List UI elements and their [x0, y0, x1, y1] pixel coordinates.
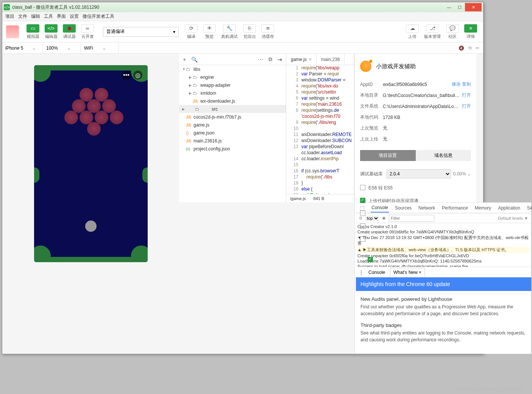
compile-select[interactable]: 普通编译▾: [103, 27, 179, 37]
mute-icon[interactable]: 🔇: [459, 45, 464, 51]
tree-item[interactable]: JSgame.js: [179, 121, 286, 129]
more-icon[interactable]: ⋯: [258, 56, 263, 63]
community-button[interactable]: 💬社区: [444, 24, 461, 39]
collapse-icon[interactable]: ⇥: [278, 56, 282, 63]
status-bar: /game.js841 B: [286, 194, 354, 202]
devtab-performance[interactable]: Performance: [441, 204, 469, 212]
maximize-button[interactable]: ☐: [454, 3, 465, 11]
minimize-button[interactable]: —: [444, 3, 454, 11]
zoom-select[interactable]: 100%⌄: [43, 43, 81, 53]
simulator-pane: •••◎: [2, 54, 179, 354]
menu-微信开发者工具[interactable]: 微信开发者工具: [83, 13, 114, 20]
split-icon[interactable]: ⧉: [268, 56, 272, 63]
rotate-icon[interactable]: ⟲: [468, 45, 472, 51]
devtab-network[interactable]: Network: [418, 204, 436, 212]
avatar: [6, 25, 19, 38]
whatsnew-p2: See what third-party entities are loggin…: [360, 330, 527, 343]
detail-button[interactable]: ≡详情: [462, 24, 479, 39]
dots-icon[interactable]: •••: [122, 70, 131, 80]
checkbox[interactable]: [360, 236, 365, 242]
menu-界面[interactable]: 界面: [57, 13, 66, 20]
devtab-memory[interactable]: Memory: [474, 204, 492, 212]
clear-icon[interactable]: ⊘: [359, 216, 362, 220]
whatsnew-h1: New Audits panel, powered by Lighthouse: [360, 296, 527, 302]
editor-button[interactable]: </>编辑器: [42, 24, 60, 39]
menu-设置[interactable]: 设置: [70, 13, 79, 20]
devtab-sources[interactable]: Sources: [394, 204, 412, 212]
target-icon[interactable]: ◎: [133, 70, 142, 80]
editor-tab[interactable]: main.236: [317, 54, 345, 65]
devtools-pane: ⬚ ConsoleSourcesNetworkPerformanceMemory…: [356, 202, 531, 354]
window-title: class_ball - 微信开发者工具 v1.02.1811290: [12, 4, 444, 11]
tree-item[interactable]: ▶🗀engine: [179, 73, 286, 81]
console-tab[interactable]: Console: [365, 268, 388, 277]
select-bar: iPhone 5⌄ 100%⌄ WiFi⌄ 🔇 ⟲ ✂: [2, 42, 483, 54]
devtab-console[interactable]: Console: [371, 203, 389, 213]
checkbox[interactable]: [360, 211, 365, 216]
drawer-menu-icon[interactable]: ⋮: [359, 270, 364, 275]
file-tree-pane: + 🔍 ⋯ ⧉ ⇥ ▼🗀libs▶🗀engine▶🗀weapp-adapter▶…: [179, 54, 286, 202]
app-icon: </>: [4, 4, 10, 10]
tree-item[interactable]: JScocos2d-js-min.f70b7.js: [179, 113, 286, 121]
add-icon[interactable]: +: [183, 56, 186, 63]
simulator-button[interactable]: ▭模拟器: [24, 24, 42, 39]
search-icon[interactable]: 🔍: [191, 56, 198, 63]
base-lib-select[interactable]: 2.0.4: [387, 169, 451, 178]
no-verify-checkbox[interactable]: [368, 257, 373, 262]
tree-item[interactable]: JSmain.23616.js: [179, 137, 286, 145]
levels-select[interactable]: Default levels ▼: [498, 216, 528, 220]
checkbox[interactable]: [360, 224, 365, 229]
whatsnew-p1: Find out whether your site qualifies as …: [360, 303, 527, 317]
upload-button[interactable]: ☁上传: [404, 24, 421, 39]
devtab-application[interactable]: Application: [497, 204, 521, 212]
checkbox[interactable]: [360, 185, 365, 190]
watermark: https://blog.csdn.net/qq_40789218: [455, 386, 524, 392]
whatsnew-h2: Third-party badges: [360, 322, 527, 328]
compile-button[interactable]: ⟳编译: [183, 24, 200, 39]
menubar: 项目文件编辑工具界面设置微信开发者工具: [2, 12, 483, 21]
code-pane: game.js×main.236 1require('libs/weapp2va…: [286, 54, 354, 202]
background-button[interactable]: ⎘切后台: [241, 24, 258, 39]
menu-编辑[interactable]: 编辑: [31, 13, 40, 20]
context-select[interactable]: top: [365, 216, 379, 221]
menu-项目[interactable]: 项目: [5, 13, 14, 20]
titlebar: </> class_ball - 微信开发者工具 v1.02.1811290 —…: [2, 2, 483, 12]
close-button[interactable]: ✕: [465, 3, 482, 11]
tree-item[interactable]: ▼🗀libs: [179, 65, 286, 73]
seg-domain[interactable]: 域名信息: [416, 150, 471, 161]
devtab-security[interactable]: Security: [526, 204, 532, 212]
tree-item[interactable]: ▶🗀src: [179, 105, 286, 113]
remote-debug-button[interactable]: 🔧真机调试: [219, 24, 240, 39]
cache-button[interactable]: ≋清缓存: [259, 24, 276, 39]
tree-item[interactable]: (•)project.config.json: [179, 145, 286, 153]
filter-input[interactable]: [389, 215, 434, 222]
tree-item[interactable]: ▶🗀weapp-adapter: [179, 81, 286, 89]
tree-item[interactable]: ▶🗀xmldom: [179, 89, 286, 97]
pin-icon: [85, 220, 97, 232]
menu-工具[interactable]: 工具: [44, 13, 53, 20]
editor-tab[interactable]: game.js×: [286, 54, 317, 65]
version-button[interactable]: ⎇版本管理: [422, 24, 443, 39]
menu-文件[interactable]: 文件: [18, 13, 27, 20]
device-select[interactable]: iPhone 5⌄: [2, 43, 43, 53]
phone-preview[interactable]: •••◎: [34, 65, 148, 262]
debugger-button[interactable]: 🐞调试器: [61, 24, 78, 39]
toolbar: ▭模拟器 </>编辑器 🐞调试器 ∞云开发 普通编译▾ ⟳编译 👁预览 🔧真机调…: [2, 21, 483, 42]
cloud-button[interactable]: ∞云开发: [79, 24, 96, 39]
network-select[interactable]: WiFi⌄: [81, 43, 119, 53]
checkbox[interactable]: [360, 198, 365, 203]
whatsnew-tab[interactable]: What's New ×: [390, 268, 425, 277]
game-logo-icon: [360, 61, 371, 72]
tree-item[interactable]: {}game.json: [179, 129, 286, 137]
whatsnew-banner: Highlights from the Chrome 60 update: [356, 277, 531, 291]
cut-icon[interactable]: ✂: [476, 45, 479, 51]
seg-project[interactable]: 项目设置: [360, 150, 416, 161]
side-title: 小游戏开发辅助: [376, 63, 416, 70]
preview-button[interactable]: 👁预览: [201, 24, 218, 39]
tree-item[interactable]: JSwx-downloader.js: [179, 97, 286, 105]
